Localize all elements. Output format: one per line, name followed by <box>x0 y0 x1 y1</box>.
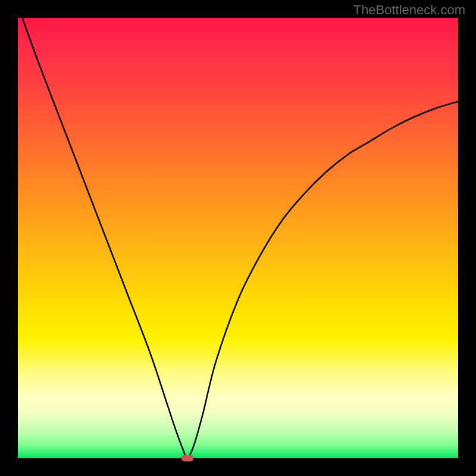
optimal-point-marker <box>181 455 193 462</box>
chart-plot-area <box>18 18 458 458</box>
watermark-label: TheBottleneck.com <box>353 2 465 18</box>
bottleneck-curve <box>18 18 458 458</box>
